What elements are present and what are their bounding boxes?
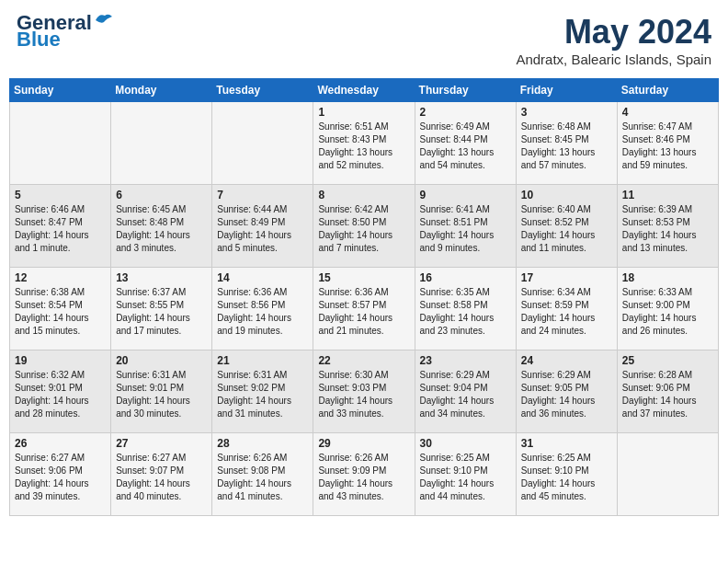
calendar-cell: 22Sunrise: 6:30 AM Sunset: 9:03 PM Dayli… [313, 350, 415, 433]
calendar-week-row: 19Sunrise: 6:32 AM Sunset: 9:01 PM Dayli… [10, 350, 719, 433]
day-number: 26 [15, 437, 106, 450]
calendar-cell: 19Sunrise: 6:32 AM Sunset: 9:01 PM Dayli… [10, 350, 111, 433]
day-number: 4 [622, 106, 713, 119]
calendar-table: SundayMondayTuesdayWednesdayThursdayFrid… [9, 78, 719, 516]
calendar-cell: 5Sunrise: 6:46 AM Sunset: 8:47 PM Daylig… [10, 185, 111, 268]
day-number: 8 [318, 189, 409, 201]
calendar-cell: 27Sunrise: 6:27 AM Sunset: 9:07 PM Dayli… [111, 433, 212, 516]
header-sunday: Sunday [10, 79, 111, 102]
calendar-cell: 16Sunrise: 6:35 AM Sunset: 8:58 PM Dayli… [415, 268, 516, 350]
calendar-cell: 18Sunrise: 6:33 AM Sunset: 9:00 PM Dayli… [617, 268, 718, 350]
calendar-week-row: 12Sunrise: 6:38 AM Sunset: 8:54 PM Dayli… [10, 268, 719, 350]
day-content: Sunrise: 6:34 AM Sunset: 8:59 PM Dayligh… [521, 286, 612, 338]
day-content: Sunrise: 6:39 AM Sunset: 8:53 PM Dayligh… [622, 203, 713, 255]
day-number: 15 [318, 271, 409, 284]
day-content: Sunrise: 6:27 AM Sunset: 9:06 PM Dayligh… [15, 452, 106, 503]
calendar-week-row: 1Sunrise: 6:51 AM Sunset: 8:43 PM Daylig… [10, 102, 719, 185]
calendar-cell: 21Sunrise: 6:31 AM Sunset: 9:02 PM Dayli… [212, 350, 313, 433]
day-content: Sunrise: 6:40 AM Sunset: 8:52 PM Dayligh… [521, 203, 612, 255]
day-number: 25 [622, 354, 713, 367]
calendar-week-row: 5Sunrise: 6:46 AM Sunset: 8:47 PM Daylig… [10, 185, 719, 268]
calendar-cell: 12Sunrise: 6:38 AM Sunset: 8:54 PM Dayli… [10, 268, 111, 350]
day-number: 6 [116, 189, 207, 201]
header-tuesday: Tuesday [212, 79, 313, 102]
header-monday: Monday [111, 79, 212, 102]
day-number: 7 [217, 189, 308, 201]
calendar-cell: 31Sunrise: 6:25 AM Sunset: 9:10 PM Dayli… [516, 433, 617, 516]
day-content: Sunrise: 6:36 AM Sunset: 8:57 PM Dayligh… [318, 286, 409, 338]
day-number: 22 [318, 354, 409, 367]
day-number: 31 [521, 437, 612, 450]
logo-blue: Blue [17, 29, 61, 50]
calendar-cell: 7Sunrise: 6:44 AM Sunset: 8:49 PM Daylig… [212, 185, 313, 268]
day-content: Sunrise: 6:30 AM Sunset: 9:03 PM Dayligh… [318, 369, 409, 420]
day-content: Sunrise: 6:35 AM Sunset: 8:58 PM Dayligh… [420, 286, 511, 338]
calendar-cell: 23Sunrise: 6:29 AM Sunset: 9:04 PM Dayli… [415, 350, 516, 433]
day-content: Sunrise: 6:25 AM Sunset: 9:10 PM Dayligh… [420, 452, 511, 503]
day-content: Sunrise: 6:47 AM Sunset: 8:46 PM Dayligh… [622, 121, 713, 172]
calendar-cell: 17Sunrise: 6:34 AM Sunset: 8:59 PM Dayli… [516, 268, 617, 350]
calendar-cell [111, 102, 212, 185]
bird-icon [94, 11, 114, 28]
header-wednesday: Wednesday [313, 79, 415, 102]
logo: General Blue [17, 13, 114, 50]
day-number: 11 [622, 189, 713, 201]
day-number: 13 [116, 271, 207, 284]
day-number: 2 [420, 106, 511, 119]
day-number: 1 [318, 106, 409, 119]
day-content: Sunrise: 6:27 AM Sunset: 9:07 PM Dayligh… [116, 452, 207, 503]
calendar-cell: 3Sunrise: 6:48 AM Sunset: 8:45 PM Daylig… [516, 102, 617, 185]
calendar-cell: 14Sunrise: 6:36 AM Sunset: 8:56 PM Dayli… [212, 268, 313, 350]
calendar-cell: 20Sunrise: 6:31 AM Sunset: 9:01 PM Dayli… [111, 350, 212, 433]
calendar-cell: 10Sunrise: 6:40 AM Sunset: 8:52 PM Dayli… [516, 185, 617, 268]
calendar-cell: 9Sunrise: 6:41 AM Sunset: 8:51 PM Daylig… [415, 185, 516, 268]
calendar-header-row: SundayMondayTuesdayWednesdayThursdayFrid… [10, 79, 719, 102]
day-content: Sunrise: 6:26 AM Sunset: 9:08 PM Dayligh… [217, 452, 308, 503]
day-number: 19 [15, 354, 106, 367]
day-number: 24 [521, 354, 612, 367]
day-number: 5 [15, 189, 106, 201]
day-number: 17 [521, 271, 612, 284]
calendar-cell: 30Sunrise: 6:25 AM Sunset: 9:10 PM Dayli… [415, 433, 516, 516]
day-number: 20 [116, 354, 207, 367]
day-content: Sunrise: 6:32 AM Sunset: 9:01 PM Dayligh… [15, 369, 106, 420]
day-content: Sunrise: 6:26 AM Sunset: 9:09 PM Dayligh… [318, 452, 409, 503]
day-content: Sunrise: 6:44 AM Sunset: 8:49 PM Dayligh… [217, 203, 308, 255]
month-year-title: May 2024 [516, 13, 711, 52]
calendar-cell: 6Sunrise: 6:45 AM Sunset: 8:48 PM Daylig… [111, 185, 212, 268]
day-content: Sunrise: 6:29 AM Sunset: 9:04 PM Dayligh… [420, 369, 511, 420]
calendar-cell: 25Sunrise: 6:28 AM Sunset: 9:06 PM Dayli… [617, 350, 718, 433]
calendar-cell: 4Sunrise: 6:47 AM Sunset: 8:46 PM Daylig… [617, 102, 718, 185]
calendar-cell [10, 102, 111, 185]
day-number: 14 [217, 271, 308, 284]
day-content: Sunrise: 6:45 AM Sunset: 8:48 PM Dayligh… [116, 203, 207, 255]
day-content: Sunrise: 6:48 AM Sunset: 8:45 PM Dayligh… [521, 121, 612, 172]
day-number: 30 [420, 437, 511, 450]
calendar-cell: 2Sunrise: 6:49 AM Sunset: 8:44 PM Daylig… [415, 102, 516, 185]
day-content: Sunrise: 6:36 AM Sunset: 8:56 PM Dayligh… [217, 286, 308, 338]
location-subtitle: Andratx, Balearic Islands, Spain [516, 52, 711, 67]
day-content: Sunrise: 6:31 AM Sunset: 9:02 PM Dayligh… [217, 369, 308, 420]
calendar-cell: 8Sunrise: 6:42 AM Sunset: 8:50 PM Daylig… [313, 185, 415, 268]
day-number: 3 [521, 106, 612, 119]
calendar-cell: 13Sunrise: 6:37 AM Sunset: 8:55 PM Dayli… [111, 268, 212, 350]
day-number: 27 [116, 437, 207, 450]
header-friday: Friday [516, 79, 617, 102]
calendar-cell [617, 433, 718, 516]
day-number: 10 [521, 189, 612, 201]
day-number: 9 [420, 189, 511, 201]
day-content: Sunrise: 6:38 AM Sunset: 8:54 PM Dayligh… [15, 286, 106, 338]
day-content: Sunrise: 6:25 AM Sunset: 9:10 PM Dayligh… [521, 452, 612, 503]
calendar-cell: 28Sunrise: 6:26 AM Sunset: 9:08 PM Dayli… [212, 433, 313, 516]
calendar-cell: 11Sunrise: 6:39 AM Sunset: 8:53 PM Dayli… [617, 185, 718, 268]
calendar-cell: 24Sunrise: 6:29 AM Sunset: 9:05 PM Dayli… [516, 350, 617, 433]
day-number: 21 [217, 354, 308, 367]
calendar-cell: 1Sunrise: 6:51 AM Sunset: 8:43 PM Daylig… [313, 102, 415, 185]
day-content: Sunrise: 6:41 AM Sunset: 8:51 PM Dayligh… [420, 203, 511, 255]
day-content: Sunrise: 6:29 AM Sunset: 9:05 PM Dayligh… [521, 369, 612, 420]
calendar-cell: 26Sunrise: 6:27 AM Sunset: 9:06 PM Dayli… [10, 433, 111, 516]
day-number: 18 [622, 271, 713, 284]
day-number: 29 [318, 437, 409, 450]
calendar-week-row: 26Sunrise: 6:27 AM Sunset: 9:06 PM Dayli… [10, 433, 719, 516]
day-number: 16 [420, 271, 511, 284]
